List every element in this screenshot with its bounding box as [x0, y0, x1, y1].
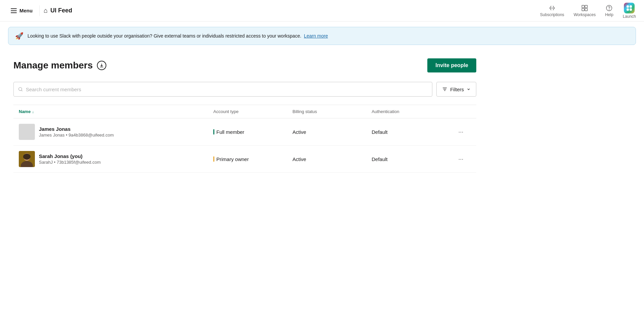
invite-people-button[interactable]: Invite people: [427, 58, 476, 72]
member-info: James Jonas James Jonas • 9a4b3868@uifee…: [39, 126, 114, 138]
svg-point-8: [19, 88, 22, 91]
header-left: Menu ⌂ UI Feed: [8, 5, 72, 16]
more-options-button[interactable]: ···: [451, 154, 471, 164]
table-row: Sarah Jonas (you) SarahJ • 73b1385f@uife…: [13, 146, 476, 173]
chevron-down-icon: [467, 87, 471, 91]
home-link[interactable]: ⌂ UI Feed: [44, 7, 72, 14]
header-divider: [39, 5, 40, 16]
search-box: [13, 82, 432, 97]
rocket-icon: 🚀: [15, 32, 23, 40]
subscriptions-icon: [548, 4, 556, 12]
svg-point-1: [554, 7, 555, 8]
help-nav[interactable]: Help: [605, 4, 613, 17]
member-name: James Jonas: [39, 126, 114, 132]
svg-rect-2: [582, 5, 584, 7]
main-content: Manage members Invite people: [0, 50, 490, 181]
more-options-button[interactable]: ···: [451, 127, 471, 137]
account-type: Primary owner: [213, 156, 292, 162]
account-type-label: Full member: [216, 129, 244, 135]
account-type-indicator: [213, 156, 214, 162]
svg-rect-5: [585, 8, 587, 10]
filters-button[interactable]: Filters: [436, 82, 476, 97]
download-button[interactable]: [97, 61, 106, 70]
column-account-type: Account type: [213, 109, 292, 114]
filters-label: Filters: [450, 87, 464, 92]
help-label: Help: [605, 12, 613, 17]
learn-more-link[interactable]: Learn more: [304, 33, 328, 39]
account-type: Full member: [213, 129, 292, 135]
member-name: Sarah Jonas (you): [39, 153, 101, 159]
member-cell: James Jonas James Jonas • 9a4b3868@uifee…: [19, 124, 213, 140]
filter-icon: [442, 87, 447, 92]
page-header: Manage members Invite people: [13, 58, 476, 72]
svg-point-0: [549, 7, 550, 8]
menu-button[interactable]: Menu: [8, 6, 35, 15]
hamburger-icon: [11, 8, 17, 13]
account-type-indicator: [213, 129, 214, 135]
member-cell: Sarah Jonas (you) SarahJ • 73b1385f@uife…: [19, 151, 213, 167]
avatar-image: [19, 151, 35, 167]
sort-arrow-icon: ↓: [32, 110, 34, 114]
column-authentication: Authentication: [372, 109, 451, 114]
svg-point-15: [23, 154, 31, 160]
workspaces-label: Workspaces: [574, 12, 596, 17]
menu-label: Menu: [19, 8, 33, 13]
page-title: Manage members: [13, 60, 93, 71]
download-icon: [99, 63, 104, 68]
search-input[interactable]: [26, 87, 428, 92]
member-sub: James Jonas • 9a4b3868@uifeed.com: [39, 133, 114, 138]
page-title-row: Manage members: [13, 60, 106, 71]
avatar: [19, 124, 35, 140]
info-banner: 🚀 Looking to use Slack with people outsi…: [8, 27, 636, 45]
help-icon: [605, 4, 613, 12]
search-icon: [18, 87, 23, 92]
app-name: UI Feed: [50, 7, 72, 14]
table-header: Name ↓ Account type Billing status Authe…: [13, 105, 476, 118]
subscriptions-nav[interactable]: Subscriptions: [540, 4, 564, 17]
billing-status: Active: [292, 129, 372, 135]
home-icon: ⌂: [44, 7, 48, 14]
column-actions: [451, 109, 471, 114]
launch-label: Launch: [623, 14, 636, 19]
launch-nav[interactable]: Launch: [623, 3, 636, 19]
subscriptions-label: Subscriptions: [540, 12, 564, 17]
header: Menu ⌂ UI Feed Subscriptions Workspaces: [0, 0, 644, 21]
search-filter-row: Filters: [13, 82, 476, 97]
workspaces-nav[interactable]: Workspaces: [574, 4, 596, 17]
column-billing-status: Billing status: [292, 109, 372, 114]
member-sub: SarahJ • 73b1385f@uifeed.com: [39, 160, 101, 165]
billing-status: Active: [292, 156, 372, 162]
auth-type: Default: [372, 129, 451, 135]
workspaces-icon: [581, 4, 588, 12]
banner-text: Looking to use Slack with people outside…: [28, 33, 328, 39]
members-table: Name ↓ Account type Billing status Authe…: [13, 105, 476, 173]
table-row: James Jonas James Jonas • 9a4b3868@uifee…: [13, 118, 476, 146]
launch-icon: [624, 3, 635, 13]
member-info: Sarah Jonas (you) SarahJ • 73b1385f@uife…: [39, 153, 101, 165]
svg-rect-4: [582, 8, 584, 10]
header-right: Subscriptions Workspaces Help: [540, 3, 636, 19]
account-type-label: Primary owner: [216, 156, 249, 162]
svg-point-7: [609, 9, 609, 10]
column-name[interactable]: Name ↓: [19, 109, 213, 114]
auth-type: Default: [372, 156, 451, 162]
svg-rect-3: [585, 5, 587, 7]
avatar: [19, 151, 35, 167]
